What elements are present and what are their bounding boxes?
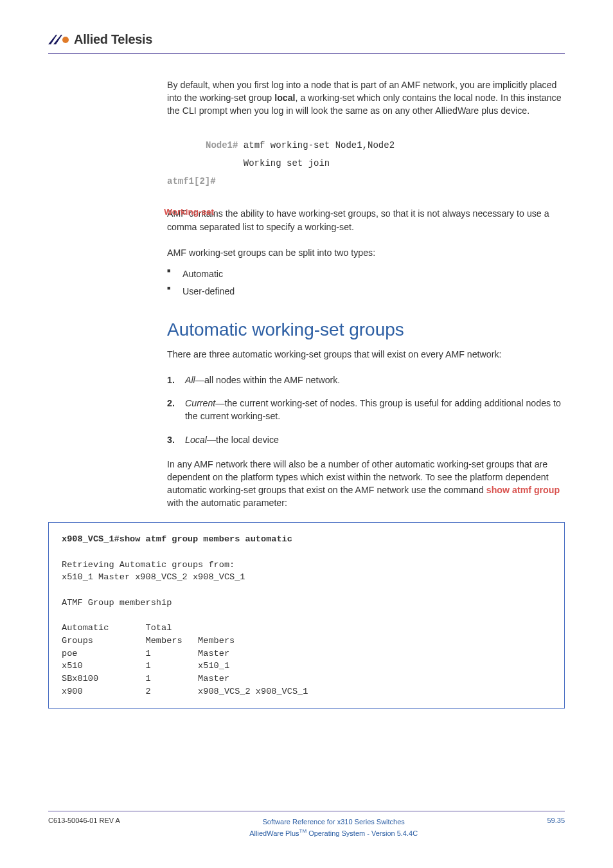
working-set-para-2: AMF working-set groups can be split into…	[167, 246, 565, 259]
working-set-para-1: AMF contains the ability to have working…	[167, 207, 565, 233]
intro-bold: local	[274, 93, 295, 103]
footer-version: Operating System - Version 5.4.4C	[306, 829, 418, 837]
list-term-all: All	[185, 375, 195, 385]
working-set-types-list: Automatic User-defined	[167, 266, 565, 300]
footer-center: Software Reference for x310 Series Switc…	[249, 817, 418, 838]
svg-point-2	[62, 37, 69, 43]
list-item-current: Current—the current working-set of nodes…	[167, 397, 565, 422]
cli-example-1: Node1# atmf working-set Node1,Node2 Work…	[206, 136, 565, 190]
bullet-user-defined: User-defined	[167, 283, 565, 300]
automatic-groups-list: All—all nodes within the AMF network. Cu…	[167, 374, 565, 446]
cli-output-line: Working set join	[206, 154, 565, 172]
output-command: show atmf group members automatic	[120, 534, 292, 544]
footer-page-number: 59.35	[547, 817, 565, 824]
show-atmf-group-link[interactable]: show atmf group	[486, 485, 560, 495]
output-retrieving: Retrieving Automatic groups from:	[62, 560, 235, 570]
brand-logo: Allied Telesis	[48, 32, 565, 47]
list-rest-current: —the current working-set of nodes. This …	[185, 398, 561, 421]
list-item-all: All—all nodes within the AMF network.	[167, 374, 565, 386]
footer-title: Software Reference for x310 Series Switc…	[249, 817, 418, 827]
output-prompt: x908_VCS_1#	[62, 534, 120, 544]
margin-label-working-set: Working-set	[105, 207, 214, 217]
footer-docid: C613-50046-01 REV A	[48, 817, 120, 824]
brand-name: Allied Telesis	[74, 32, 152, 47]
list-term-current: Current	[185, 398, 215, 408]
platform-para-text-2: with the automatic parameter:	[167, 498, 287, 508]
list-rest-all: —all nodes within the AMF network.	[195, 375, 341, 385]
cli-prompt-2: atmf1[2]#	[167, 176, 216, 186]
footer-rule	[48, 811, 565, 811]
cli-output-box: x908_VCS_1#show atmf group members autom…	[48, 522, 565, 709]
list-rest-local: —the local device	[207, 435, 279, 445]
footer-tm: TM	[299, 828, 307, 834]
footer-product: AlliedWare Plus	[249, 829, 299, 837]
section-heading: Automatic working-set groups	[167, 320, 565, 340]
cli-command-1: atmf working-set Node1,Node2	[238, 140, 395, 150]
list-term-local: Local	[185, 435, 207, 445]
bullet-automatic: Automatic	[167, 266, 565, 283]
header-rule	[48, 53, 565, 54]
brand-logo-icon	[48, 33, 70, 46]
output-membership: ATMF Group membership	[62, 598, 172, 608]
platform-groups-para: In any AMF network there will also be a …	[167, 458, 565, 510]
section-intro-para: There are three automatic working-set gr…	[167, 348, 565, 361]
output-table: Automatic Total Groups Members Members p…	[62, 623, 308, 696]
page-footer: C613-50046-01 REV A Software Reference f…	[48, 811, 565, 838]
list-item-local: Local—the local device	[167, 433, 565, 446]
svg-marker-1	[53, 35, 62, 44]
output-nodes: x510_1 Master x908_VCS_2 x908_VCS_1	[62, 572, 245, 582]
cli-prompt-1: Node1#	[206, 140, 238, 150]
intro-paragraph: By default, when you first log into a no…	[167, 78, 565, 117]
